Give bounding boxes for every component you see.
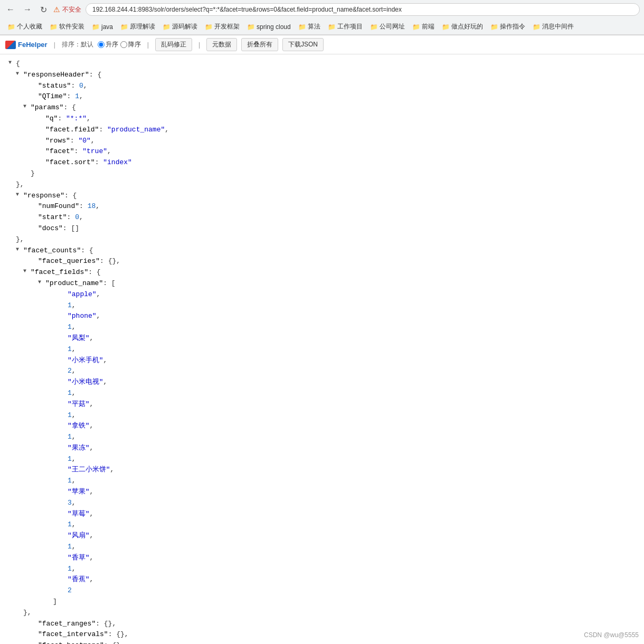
bookmark-label: 做点好玩的 xyxy=(451,22,483,31)
param-facet-line: "facet": "true", xyxy=(8,146,636,157)
product-name-item-count: 1, xyxy=(8,542,636,553)
product-name-item-label: "王二小米饼", xyxy=(8,465,636,476)
product-name-toggle[interactable] xyxy=(38,278,45,287)
warning-icon: ⚠ xyxy=(53,5,60,14)
product-name-item-count: 2, xyxy=(8,366,636,377)
back-button[interactable]: ← xyxy=(4,4,17,15)
params-close: } xyxy=(8,168,636,179)
toolbar-sep2: | xyxy=(147,41,149,49)
bookmark-item[interactable]: 📁公司网址 xyxy=(367,21,408,32)
bookmark-item[interactable]: 📁工作项目 xyxy=(325,21,366,32)
bookmark-label: 前端 xyxy=(422,22,434,31)
bookmark-item[interactable]: 📁个人收藏 xyxy=(4,21,45,32)
param-q-val: "*:*" xyxy=(66,113,87,125)
param-rows-key: "rows" xyxy=(45,136,70,147)
product-name-item-label: "草莓", xyxy=(8,509,636,520)
facet-fields-key: "facet_fields" xyxy=(31,267,88,278)
product-count: 1 xyxy=(68,454,72,465)
product-name-item-label: "风扇", xyxy=(8,531,636,542)
bookmark-label: 开发框架 xyxy=(214,22,240,31)
sort-asc-option[interactable]: 升序 xyxy=(98,40,118,49)
product-count: 1 xyxy=(68,300,72,311)
facet-intervals-key: "facet_intervals" xyxy=(38,629,108,640)
product-label: "拿铁" xyxy=(68,421,90,432)
bookmark-item[interactable]: 📁操作指令 xyxy=(487,21,528,32)
product-name-item-label: "凤梨", xyxy=(8,333,636,344)
facet-fields-line: "facet_fields": { xyxy=(8,267,636,278)
bookmark-item[interactable]: 📁源码解读 xyxy=(159,21,201,32)
product-label: "苹果" xyxy=(68,487,90,498)
facet-fields-toggle[interactable] xyxy=(23,267,31,276)
address-bar[interactable]: 192.168.244.41:8983/solr/orders/select?q… xyxy=(86,3,640,16)
sort-desc-radio[interactable] xyxy=(120,41,127,48)
bookmark-folder-icon: 📁 xyxy=(120,23,128,31)
security-warning: ⚠ 不安全 xyxy=(53,5,81,14)
bookmark-item[interactable]: 📁原理解读 xyxy=(117,21,158,32)
facet-counts-toggle[interactable] xyxy=(16,245,23,254)
product-name-item-label: "果冻", xyxy=(8,443,636,454)
bookmark-item[interactable]: 📁spring cloud xyxy=(244,21,294,32)
bookmark-item[interactable]: 📁开发框架 xyxy=(202,21,243,32)
start-line: "start": 0, xyxy=(8,212,636,223)
reload-button[interactable]: ↻ xyxy=(38,4,49,16)
product-label: "小米手机" xyxy=(68,355,103,366)
product-name-item-count: 1, xyxy=(8,432,636,443)
product-label: "香草" xyxy=(68,553,90,564)
product-name-item-count: 1, xyxy=(8,322,636,333)
product-name-line: "product_name": [ xyxy=(8,278,636,289)
qtime-key: "QTime" xyxy=(38,91,67,102)
sort-label: 排序：默认 xyxy=(62,40,93,49)
bookmark-folder-icon: 📁 xyxy=(50,23,58,31)
product-count: 1 xyxy=(68,432,72,443)
product-name-item-label: "苹果", xyxy=(8,487,636,498)
start-key: "start" xyxy=(38,212,67,223)
param-q-key: "q" xyxy=(45,113,58,125)
bookmark-folder-icon: 📁 xyxy=(412,23,420,31)
response-key: "response" xyxy=(23,191,64,202)
product-label: "香蕉" xyxy=(68,574,90,585)
fix-encoding-button[interactable]: 乱码修正 xyxy=(155,38,192,51)
product-name-close: ] xyxy=(8,596,636,608)
numfound-val: 18 xyxy=(88,201,96,212)
product-name-item-label: "平菇", xyxy=(8,399,636,410)
param-rows-val: "0" xyxy=(78,136,90,147)
bookmark-item[interactable]: 📁算法 xyxy=(295,21,324,32)
product-label: "凤梨" xyxy=(68,333,90,344)
bookmark-label: 源码解读 xyxy=(172,22,197,31)
forward-button[interactable]: → xyxy=(21,4,34,15)
param-facetfield-val: "product_name" xyxy=(107,125,165,136)
facet-counts-line: "facet_counts": { xyxy=(8,245,636,257)
status-line: "status": 0, xyxy=(8,81,636,92)
params-toggle[interactable] xyxy=(23,102,31,111)
param-facet-key: "facet" xyxy=(45,146,74,157)
numfound-key: "numFound" xyxy=(38,201,79,212)
download-json-button[interactable]: 下载JSON xyxy=(282,38,324,51)
bookmark-item[interactable]: 📁软件安装 xyxy=(46,21,88,32)
bookmark-folder-icon: 📁 xyxy=(442,23,450,31)
product-count: 3 xyxy=(68,498,72,509)
bookmark-item[interactable]: 📁java xyxy=(89,21,116,32)
status-key: "status" xyxy=(38,81,71,92)
product-label: "风扇" xyxy=(68,531,90,542)
sort-asc-radio[interactable] xyxy=(98,41,105,48)
param-facetsort-key: "facet.sort" xyxy=(45,157,95,168)
response-toggle[interactable] xyxy=(16,191,23,199)
bookmark-item[interactable]: 📁做点好玩的 xyxy=(439,21,486,32)
product-name-item-count: 3, xyxy=(8,498,636,509)
json-content: { "responseHeader": { "status": 0, "QTim… xyxy=(0,54,644,644)
bookmark-item[interactable]: 📁前端 xyxy=(409,21,438,32)
response-header-toggle[interactable] xyxy=(16,70,23,78)
root-toggle[interactable] xyxy=(8,59,16,67)
response-close: }, xyxy=(8,234,636,245)
product-name-item-label: "phone", xyxy=(8,311,636,322)
raw-data-button[interactable]: 元数据 xyxy=(206,38,237,51)
bookmark-item[interactable]: 📁消息中间件 xyxy=(529,21,577,32)
fold-all-button[interactable]: 折叠所有 xyxy=(241,38,278,51)
product-label: "平菇" xyxy=(68,399,90,410)
param-facetsort-val: "index" xyxy=(103,157,132,168)
sort-desc-option[interactable]: 降序 xyxy=(120,40,141,49)
param-facet-val: "true" xyxy=(82,146,107,157)
param-facetfield-line: "facet.field": "product_name", xyxy=(8,125,636,136)
fehelper-toolbar: FeHelper | 排序：默认 升序 降序 | 乱码修正 | 元数据 折叠所有… xyxy=(0,35,644,54)
product-count: 1 xyxy=(68,344,72,355)
